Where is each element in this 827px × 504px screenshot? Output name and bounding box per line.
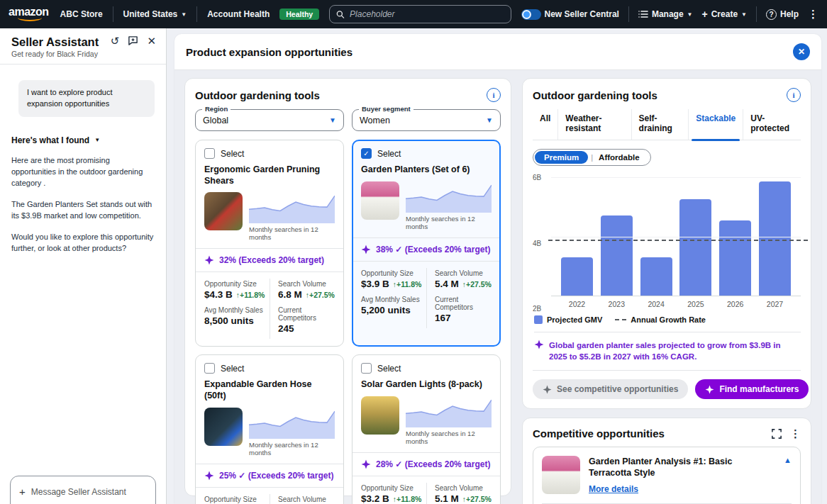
product-image (361, 181, 399, 220)
tab-all[interactable]: All (533, 109, 558, 140)
help-menu[interactable]: ? Help (766, 9, 799, 20)
sparkle-icon (361, 459, 371, 469)
manage-menu[interactable]: Manage ▼ (638, 9, 693, 19)
divider (756, 6, 757, 22)
sparkle-icon (361, 245, 371, 254)
user-message-bubble: I want to explore product expansion oppo… (18, 80, 155, 117)
info-icon[interactable]: i (487, 88, 501, 102)
assistant-paragraph: The Garden Planters Set stands out with … (11, 199, 155, 222)
x-axis-label: 2025 (679, 300, 711, 308)
select-row[interactable]: Select (204, 148, 335, 159)
tab-stackable[interactable]: Stackable (689, 109, 743, 140)
region-select[interactable]: Region Global ▼ (195, 109, 344, 131)
amazon-logo-text: amazon (9, 7, 49, 17)
select-row[interactable]: ✓ Select (361, 148, 492, 159)
growth-indicator: 38% ✓ (Exceeds 20% target) (353, 237, 499, 262)
see-competitive-opportunities-button[interactable]: See competitive opportunities (533, 379, 688, 399)
product-card[interactable]: ✓ Select Garden Planters (Set of 6) Mont… (352, 140, 501, 347)
history-icon[interactable]: ↺ (111, 35, 120, 46)
premium-pill[interactable]: Premium (535, 151, 588, 164)
product-name: Garden Planters (Set of 6) (361, 164, 492, 176)
marketplace-selector[interactable]: United States ▼ (123, 9, 187, 19)
y-axis-tick: 6B (533, 174, 541, 181)
found-header[interactable]: Here's what I found ▼ (11, 135, 155, 145)
product-card[interactable]: Select Expandable Garden Hose (50ft) Mon… (195, 354, 344, 504)
select-checkbox[interactable] (204, 363, 215, 374)
product-card[interactable]: Select Ergonomic Garden Pruning Shears M… (195, 140, 344, 347)
amazon-smile-icon (18, 17, 42, 21)
buyer-segment-select[interactable]: Buyer segment Women ▼ (352, 109, 501, 131)
more-details-link[interactable]: More details (589, 484, 638, 494)
find-manufacturers-button[interactable]: Find manufacturers (695, 379, 809, 399)
gmv-bar (640, 257, 672, 296)
kebab-menu-icon[interactable]: ⋮ (790, 430, 801, 437)
product-expansion-panel: Product expansion opportunities ✕ Outdoo… (174, 34, 821, 504)
new-chat-icon[interactable] (128, 35, 138, 46)
tab-uv-protected[interactable]: UV-protected (743, 109, 801, 140)
new-seller-central-toggle[interactable] (521, 9, 541, 20)
account-health-link[interactable]: Account Health (207, 9, 270, 19)
select-checkbox[interactable]: ✓ (361, 148, 372, 159)
gridline (551, 237, 801, 237)
chevron-down-icon: ▼ (741, 11, 747, 18)
assistant-paragraph: Would you like to explore this opportuni… (11, 232, 155, 254)
select-checkbox[interactable] (361, 363, 372, 374)
chevron-down-icon: ▼ (687, 11, 693, 18)
select-row[interactable]: Select (361, 363, 492, 374)
x-axis-labels: 202220232024202520262027 (551, 296, 801, 308)
store-name[interactable]: ABC Store (60, 9, 103, 19)
search-input[interactable] (350, 9, 504, 19)
sparkline-caption: Monthly searches in 12 months (249, 225, 335, 241)
list-icon (638, 10, 648, 18)
seller-assistant-panel: Seller Assistant Get ready for Black Fri… (0, 28, 167, 504)
search-icon (336, 10, 345, 19)
overflow-menu-icon[interactable]: ⋮ (808, 11, 818, 18)
tab-weather-resistant[interactable]: Weather-resistant (558, 109, 631, 140)
amazon-logo[interactable]: amazon (9, 7, 49, 21)
legend-swatch-dash (615, 319, 626, 320)
sparkle-icon (543, 385, 552, 394)
sparkle-icon (534, 340, 544, 349)
select-row[interactable]: Select (204, 363, 335, 374)
x-axis-label: 2022 (561, 300, 593, 308)
search-trend-sparkline (249, 192, 335, 223)
search-trend-sparkline (249, 408, 335, 439)
product-image (542, 456, 580, 494)
market-analysis-card: Outdoor gardening tools i AllWeather-res… (522, 78, 811, 409)
sparkline-caption: Monthly searches in 12 months (406, 215, 492, 230)
new-seller-central-toggle-group[interactable]: New Seller Central (521, 9, 619, 20)
divider (113, 6, 113, 22)
filter-tabs: AllWeather-resistantSelf-drainingStackab… (533, 109, 801, 140)
tab-self-draining[interactable]: Self-draining (632, 109, 689, 140)
x-axis-label: 2024 (640, 300, 672, 308)
gmv-bar-chart: 6B 4B 2B 202220232024202520262027 (533, 177, 801, 308)
product-grid: Select Ergonomic Garden Pruning Shears M… (195, 140, 501, 504)
product-name: Expandable Garden Hose (50ft) (204, 379, 335, 401)
health-status-badge[interactable]: Healthy (279, 9, 319, 20)
assistant-subtitle: Get ready for Black Friday (11, 50, 99, 58)
growth-indicator: 28% ✓ (Exceeds 20% target) (353, 452, 500, 476)
growth-indicator: 25% ✓ (Exceeds 20% target) (196, 464, 343, 488)
analysis-title: Garden Planter Analysis #1: Basic Terrac… (589, 456, 775, 479)
assistant-message-input[interactable]: + Message Seller Assistant (10, 476, 156, 504)
close-panel-button[interactable]: ✕ (793, 43, 810, 60)
x-axis-label: 2027 (759, 300, 791, 308)
product-image (361, 396, 399, 435)
chevron-down-icon: ▼ (94, 137, 100, 143)
product-image (204, 192, 243, 230)
select-checkbox[interactable] (204, 148, 215, 159)
expand-icon[interactable] (772, 429, 782, 439)
global-search[interactable] (329, 5, 511, 23)
search-trend-sparkline (406, 181, 492, 213)
chevron-down-icon: ▼ (181, 11, 187, 18)
collapse-icon[interactable]: ▲ (784, 456, 792, 495)
card-title: Outdoor gardening tools (533, 89, 657, 101)
info-icon[interactable]: i (787, 88, 801, 102)
close-icon[interactable]: ✕ (147, 35, 156, 46)
product-card[interactable]: Select Solar Garden Lights (8-pack) Mont… (352, 354, 501, 504)
chart-legend: Projected GMV Annual Growth Rate (534, 315, 801, 332)
affordable-pill[interactable]: Affordable (594, 151, 649, 164)
create-menu[interactable]: + Create ▼ (702, 9, 747, 20)
x-axis-label: 2026 (719, 300, 751, 308)
gmv-bar (679, 199, 711, 296)
